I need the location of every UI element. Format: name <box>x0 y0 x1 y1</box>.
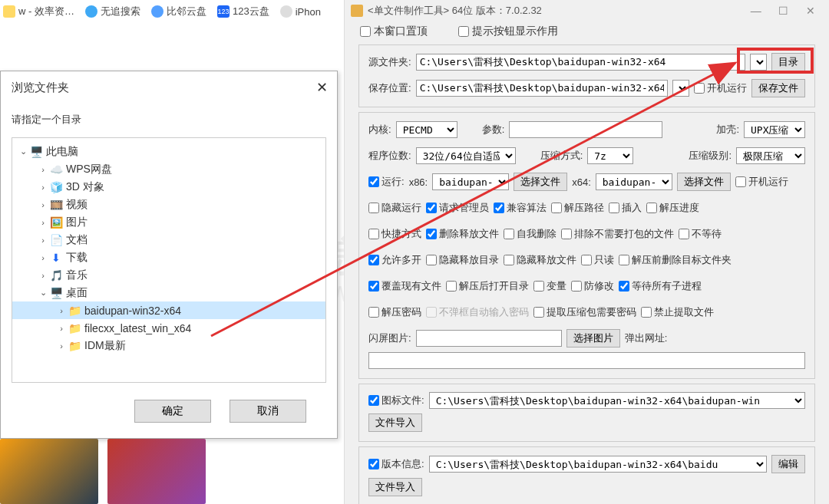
opt-checkbox[interactable]: 解压前删除目标文件夹 <box>619 253 732 267</box>
save-file-button[interactable]: 保存文件 <box>751 79 805 97</box>
opt-checkbox[interactable]: 隐藏释放目录 <box>426 253 499 267</box>
opt-checkbox[interactable]: 覆盖现有文件 <box>368 279 441 293</box>
bookmark-item[interactable]: 比邻云盘 <box>151 5 206 18</box>
select-image-button[interactable]: 选择图片 <box>566 329 620 348</box>
dialog-title: 浏览文件夹 <box>12 81 69 95</box>
level-select[interactable]: 极限压缩 <box>736 147 805 164</box>
version-import-button[interactable]: 文件导入 <box>368 478 422 496</box>
autorun-checkbox[interactable]: 开机运行 <box>694 81 747 95</box>
tree-node[interactable]: ›⬇下载 <box>12 249 325 266</box>
opt-checkbox[interactable]: 解压进度 <box>646 201 699 215</box>
args-input[interactable] <box>509 121 662 138</box>
splash-label: 闪屏图片: <box>368 331 411 345</box>
tree-node[interactable]: ›🎞️视频 <box>12 196 325 213</box>
opt-checkbox[interactable]: 解压密码 <box>368 305 421 319</box>
tree-node-thispc[interactable]: ⌄🖥️此电脑 <box>12 143 325 160</box>
tree-node[interactable]: ›📄文档 <box>12 231 325 249</box>
source-folder-input[interactable] <box>416 54 745 71</box>
tree-node[interactable]: ›📁IDM最新 <box>12 337 325 354</box>
opt-checkbox[interactable]: 快捷方式 <box>368 227 421 241</box>
opt-checkbox[interactable]: 只读 <box>581 253 614 267</box>
run-autorun-checkbox[interactable]: 开机运行 <box>735 175 788 189</box>
save-location-label: 保存位置: <box>368 81 411 95</box>
version-info-select[interactable]: C:\Users\雷科技\Desktop\baidupan-win32-x64\… <box>429 456 767 473</box>
single-file-tool-window: <单文件制作工具> 64位 版本：7.0.2.32 — ☐ ✕ 本窗口置顶 提示… <box>344 0 829 504</box>
compress-select[interactable]: 7z <box>587 147 633 164</box>
level-label: 压缩级别: <box>689 149 732 163</box>
run-checkbox[interactable]: 运行: <box>368 175 405 189</box>
bits-select[interactable]: 32位/64位自适应 <box>416 147 516 164</box>
bookmark-item[interactable]: w - 效率资… <box>3 5 74 18</box>
opt-checkbox[interactable]: 禁止提取文件 <box>641 305 714 319</box>
tree-node-desktop[interactable]: ⌄🖥️桌面 <box>12 284 325 301</box>
pin-window-checkbox[interactable]: 本窗口置顶 <box>360 25 428 38</box>
thumbnail[interactable] <box>107 439 206 504</box>
opt-checkbox[interactable]: 删除释放文件 <box>426 227 499 241</box>
maximize-icon[interactable]: ☐ <box>771 5 795 17</box>
core-select[interactable]: PECMD <box>396 121 457 138</box>
opt-checkbox[interactable]: 插入 <box>609 201 642 215</box>
shell-select[interactable]: UPX压缩 <box>744 121 805 138</box>
tree-node[interactable]: ›☁️WPS网盘 <box>12 160 325 178</box>
select-file-x64-button[interactable]: 选择文件 <box>677 173 731 191</box>
select-file-x86-button[interactable]: 选择文件 <box>514 173 567 191</box>
thumbnail-row <box>0 439 206 504</box>
opt-checkbox[interactable]: 防修改 <box>571 279 614 293</box>
window-title: <单文件制作工具> 64位 版本：7.0.2.32 <box>368 4 542 18</box>
splash-input[interactable] <box>416 330 562 347</box>
bits-label: 程序位数: <box>368 149 411 163</box>
compress-label: 压缩方式: <box>540 149 583 163</box>
bookmark-item[interactable]: 123123云盘 <box>217 5 269 18</box>
directory-button[interactable]: 目录 <box>771 53 805 71</box>
cancel-button[interactable]: 取消 <box>230 400 306 423</box>
tree-node[interactable]: ›🖼️图片 <box>12 213 325 231</box>
minimize-icon[interactable]: — <box>744 5 768 17</box>
ok-button[interactable]: 确定 <box>134 400 211 423</box>
opt-checkbox[interactable]: 解压路径 <box>551 201 604 215</box>
version-edit-button[interactable]: 编辑 <box>771 455 805 473</box>
icon-file-select[interactable]: C:\Users\雷科技\Desktop\baidupan-win32-x64\… <box>429 392 805 409</box>
tree-node[interactable]: ›📁filecxx_latest_win_x64 <box>12 319 325 337</box>
save-location-input[interactable] <box>416 80 668 97</box>
opt-checkbox[interactable]: 请求管理员 <box>426 201 489 215</box>
core-label: 内核: <box>368 123 391 137</box>
browse-folder-dialog: 浏览文件夹 ✕ 请指定一个目录 ⌄🖥️此电脑 ›☁️WPS网盘 ›🧊3D 对象 … <box>0 71 338 439</box>
opt-checkbox[interactable]: 隐藏释放文件 <box>504 253 576 267</box>
opt-checkbox[interactable]: 兼容算法 <box>494 201 547 215</box>
opt-checkbox[interactable]: 排除不需要打包的文件 <box>561 227 674 241</box>
x86-label: x86: <box>409 176 428 188</box>
icon-import-button[interactable]: 文件导入 <box>368 413 422 432</box>
popurl-label: 弹出网址: <box>625 331 668 345</box>
x86-select[interactable]: baidupan-wi <box>432 173 509 190</box>
icon-file-checkbox[interactable]: 图标文件: <box>368 394 424 407</box>
opt-checkbox[interactable]: 提取压缩包需要密码 <box>533 305 636 319</box>
opt-checkbox-disabled: 不弹框自动输入密码 <box>426 305 529 319</box>
opt-checkbox[interactable]: 解压后打开目录 <box>446 279 529 293</box>
bookmark-item[interactable]: 无追搜索 <box>85 5 140 18</box>
bookmark-bar: w - 效率资… 无追搜索 比邻云盘 123123云盘 iPhon <box>0 0 345 23</box>
close-icon[interactable]: ✕ <box>798 5 823 17</box>
app-icon <box>351 5 363 17</box>
opt-checkbox[interactable]: 等待所有子进程 <box>619 279 702 293</box>
tree-node-selected[interactable]: ›📁baidupan-win32-x64 <box>12 301 325 319</box>
version-info-checkbox[interactable]: 版本信息: <box>368 457 424 471</box>
opt-checkbox[interactable]: 隐藏运行 <box>368 201 421 215</box>
show-button-hint-checkbox[interactable]: 提示按钮显示作用 <box>458 25 558 38</box>
thumbnail[interactable] <box>0 439 98 504</box>
opt-checkbox[interactable]: 自我删除 <box>504 227 557 241</box>
folder-tree[interactable]: ⌄🖥️此电脑 ›☁️WPS网盘 ›🧊3D 对象 ›🎞️视频 ›🖼️图片 ›📄文档… <box>12 137 326 383</box>
opt-checkbox[interactable]: 不等待 <box>679 227 722 241</box>
shell-label: 加壳: <box>716 123 739 137</box>
source-folder-dropdown[interactable] <box>750 54 767 71</box>
x64-select[interactable]: baidupan-wi <box>596 173 672 190</box>
tree-node[interactable]: ›🧊3D 对象 <box>12 178 325 196</box>
opt-checkbox[interactable]: 变量 <box>533 279 566 293</box>
bookmark-item[interactable]: iPhon <box>280 5 321 18</box>
opt-checkbox[interactable]: 允许多开 <box>368 253 421 267</box>
x64-label: x64: <box>572 176 591 188</box>
args-label: 参数: <box>482 123 505 137</box>
popurl-input[interactable] <box>368 352 805 369</box>
save-location-dropdown[interactable] <box>672 80 689 97</box>
tree-node[interactable]: ›🎵音乐 <box>12 266 325 284</box>
close-icon[interactable]: ✕ <box>316 79 328 96</box>
